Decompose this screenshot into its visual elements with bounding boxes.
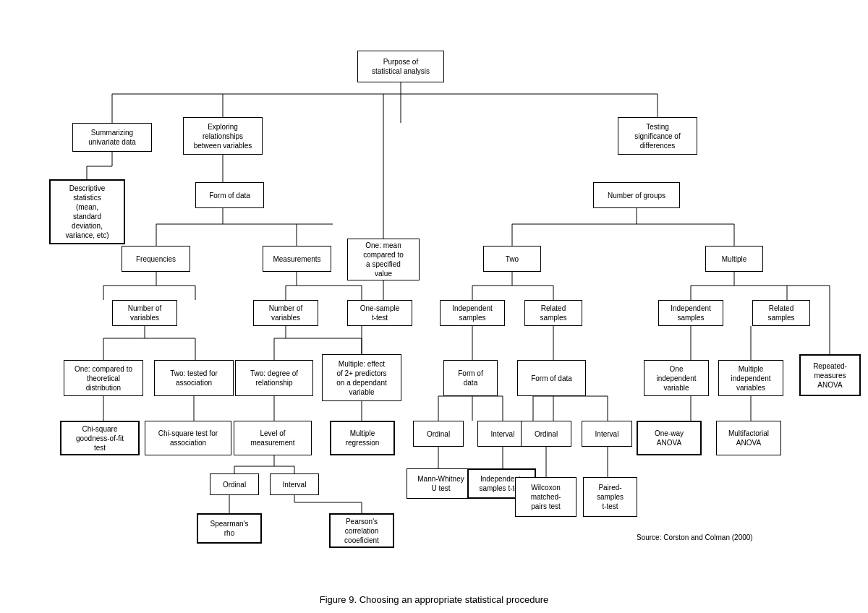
box-one_indep_var: Oneindependentvariable bbox=[644, 360, 709, 396]
box-ordinal1: Ordinal bbox=[413, 421, 464, 447]
box-one_compared: One: compared totheoreticaldistribution bbox=[64, 360, 143, 396]
box-repeated_anova: Repeated-measuresANOVA bbox=[799, 354, 861, 396]
box-two_degree: Two: degree ofrelationship bbox=[235, 360, 313, 396]
box-two_tested: Two: tested forassociation bbox=[154, 360, 234, 396]
box-indep_samples2: Independentsamples bbox=[658, 300, 723, 326]
box-level_measurement: Level ofmeasurement bbox=[234, 421, 312, 455]
box-multiple_indep_vars: Multipleindependentvariables bbox=[718, 360, 783, 396]
box-two: Two bbox=[483, 246, 541, 272]
box-num_groups: Number of groups bbox=[593, 182, 680, 208]
box-exploring: Exploringrelationshipsbetween variables bbox=[183, 117, 263, 155]
box-wilcoxon: Wilcoxonmatched-pairs test bbox=[515, 477, 576, 517]
box-independent_samples: Independentsamples bbox=[440, 300, 505, 326]
box-interval2: Interval bbox=[582, 421, 632, 447]
box-related_samples2: Relatedsamples bbox=[752, 300, 810, 326]
box-chi_assoc: Chi-square test forassociation bbox=[145, 421, 231, 455]
box-ordinal2: Ordinal bbox=[521, 421, 571, 447]
connector-lines bbox=[0, 0, 868, 593]
box-purpose: Purpose ofstatistical analysis bbox=[357, 51, 444, 82]
box-ordinal3: Ordinal bbox=[210, 473, 259, 495]
box-one_mean: One: meancompared toa specifiedvalue bbox=[347, 239, 420, 280]
box-pearsons: Pearson'scorrelationcooeficient bbox=[329, 513, 394, 548]
box-spearmans: Spearman'srho bbox=[197, 513, 262, 544]
source-note: Source: Corston and Colman (2000) bbox=[637, 533, 753, 541]
box-measurements: Measurements bbox=[263, 246, 331, 272]
box-multiple_regression: Multipleregression bbox=[330, 421, 395, 455]
box-frequencies: Frequencies bbox=[122, 246, 190, 272]
box-paired_t: Paired-samplest-test bbox=[583, 477, 637, 517]
box-mann_whitney: Mann-WhitneyU test bbox=[407, 468, 475, 499]
box-num_vars1: Number ofvariables bbox=[112, 300, 177, 326]
box-one_way_anova: One-wayANOVA bbox=[637, 421, 702, 455]
box-form_of_data: Form of data bbox=[195, 182, 264, 208]
figure-caption: Figure 9. Choosing an appropriate statis… bbox=[0, 594, 868, 605]
box-form_data3: Form of data bbox=[517, 360, 586, 396]
box-related_samples: Relatedsamples bbox=[524, 300, 582, 326]
box-multifactorial_anova: MultifactorialANOVA bbox=[716, 421, 781, 455]
box-interval3: Interval bbox=[270, 473, 319, 495]
box-multiple: Multiple bbox=[705, 246, 763, 272]
box-chi_goodness: Chi-squaregoodness-of-fittest bbox=[60, 421, 140, 455]
box-num_vars2: Number ofvariables bbox=[253, 300, 318, 326]
box-one_sample_t: One-samplet-test bbox=[347, 300, 412, 326]
box-multiple_effect: Multiple: effectof 2+ predictorson a dep… bbox=[322, 354, 401, 401]
box-form_data2: Form ofdata bbox=[443, 360, 498, 396]
box-testing: Testingsignificance ofdifferences bbox=[618, 117, 697, 155]
box-summarizing: Summarizingunivariate data bbox=[72, 123, 152, 152]
box-descriptive: Descriptivestatistics(mean,standarddevia… bbox=[49, 179, 125, 244]
diagram-container: Purpose ofstatistical analysisSummarizin… bbox=[0, 0, 868, 593]
